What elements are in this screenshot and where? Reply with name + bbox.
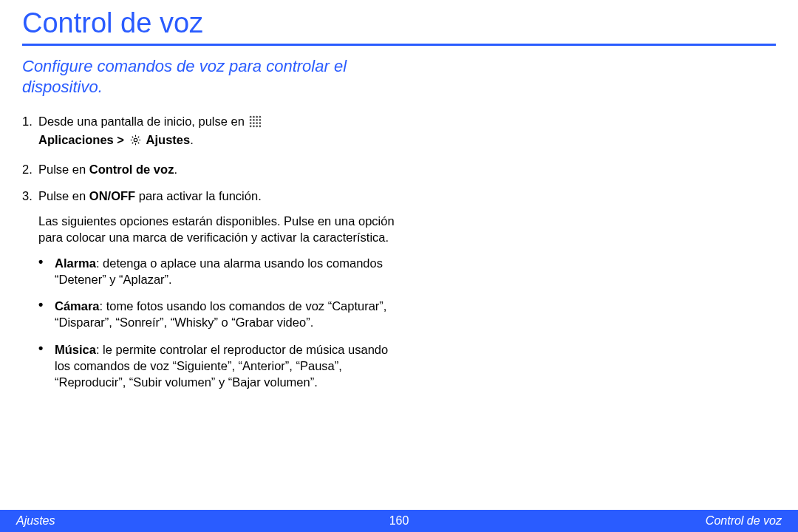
svg-point-2 <box>256 116 259 118</box>
svg-point-3 <box>259 116 262 118</box>
svg-point-0 <box>250 116 252 118</box>
svg-point-10 <box>256 122 259 124</box>
step-text: Desde una pantalla de inicio, pulse en <box>38 115 248 128</box>
step-number: 2. <box>22 161 33 177</box>
step-3: 3. Pulse en ON/OFF para activar la funci… <box>22 188 406 391</box>
option-label: Música <box>55 343 96 356</box>
step-text: para activar la función. <box>135 189 262 202</box>
title-underline <box>22 44 776 46</box>
option-text: : detenga o aplace una alarma usando los… <box>55 256 383 286</box>
svg-point-13 <box>253 125 255 127</box>
step-text: Pulse en <box>38 163 89 176</box>
svg-point-14 <box>256 125 259 127</box>
content-body: 1. Desde una pantalla de inicio, pulse e… <box>22 113 406 390</box>
svg-point-6 <box>256 119 259 121</box>
step-text: . <box>174 163 177 176</box>
options-list: Alarma: detenga o aplace una alarma usan… <box>38 255 406 391</box>
footer-page-number: 160 <box>0 514 798 528</box>
option-text: : le permite controlar el reproductor de… <box>55 343 388 389</box>
page-footer: Ajustes 160 Control de voz <box>0 510 798 532</box>
option-label: Cámara <box>55 299 100 313</box>
option-alarm: Alarma: detenga o aplace una alarma usan… <box>38 255 406 288</box>
step-bold: Aplicaciones > <box>38 133 128 146</box>
svg-point-5 <box>253 119 255 121</box>
svg-point-12 <box>250 125 252 127</box>
svg-point-16 <box>134 138 137 142</box>
svg-point-1 <box>253 116 255 118</box>
step-bold: Ajustes <box>143 133 191 146</box>
option-music: Música: le permite controlar el reproduc… <box>38 341 406 391</box>
step-number: 1. <box>22 113 33 129</box>
document-page: Control de voz Configure comandos de voz… <box>0 0 798 532</box>
svg-point-11 <box>259 122 262 124</box>
option-camera: Cámara: tome fotos usando los comandos d… <box>38 298 406 331</box>
step-paragraph: Las siguientes opciones estarán disponib… <box>38 213 406 246</box>
step-number: 3. <box>22 188 33 204</box>
step-text: . <box>190 133 194 146</box>
page-title: Control de voz <box>22 7 776 44</box>
step-text: Pulse en <box>38 189 89 202</box>
option-text: : tome fotos usando los comandos de voz … <box>55 299 386 329</box>
step-bold: Control de voz <box>89 163 174 176</box>
option-label: Alarma <box>55 256 96 270</box>
page-subtitle: Configure comandos de voz para controlar… <box>22 56 406 97</box>
svg-point-15 <box>259 125 262 127</box>
step-1: 1. Desde una pantalla de inicio, pulse e… <box>22 113 406 151</box>
steps-list: 1. Desde una pantalla de inicio, pulse e… <box>22 113 406 390</box>
step-2: 2. Pulse en Control de voz. <box>22 161 406 177</box>
gear-icon <box>129 134 142 150</box>
svg-point-7 <box>259 119 262 121</box>
step-bold: ON/OFF <box>89 189 135 202</box>
svg-point-8 <box>250 122 252 124</box>
apps-grid-icon <box>249 115 262 132</box>
svg-point-9 <box>253 122 255 124</box>
svg-point-4 <box>250 119 252 121</box>
